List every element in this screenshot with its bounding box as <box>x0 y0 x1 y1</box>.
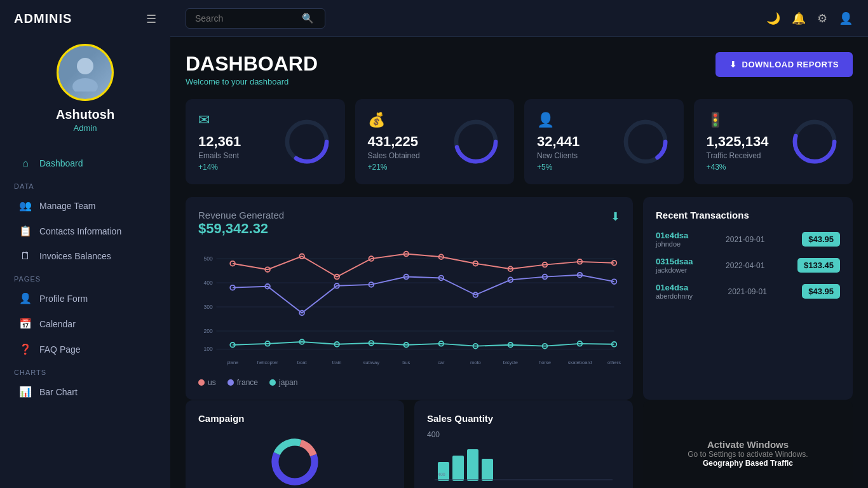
search-input[interactable] <box>195 13 297 24</box>
svg-text:skateboard: skateboard <box>568 360 592 365</box>
svg-text:100: 100 <box>204 346 213 352</box>
sidebar-item-bar-chart[interactable]: 📊 Bar Chart <box>5 379 165 404</box>
download-reports-button[interactable]: ⬇ DOWNLOAD REPORTS <box>715 52 853 77</box>
svg-text:car: car <box>438 360 445 365</box>
transaction-user: aberdohnny <box>656 292 693 300</box>
avatar-placeholder <box>58 46 112 99</box>
legend-france: france <box>227 378 258 387</box>
menu-icon[interactable]: ☰ <box>146 12 156 26</box>
sales-quantity-value: 400 <box>427 430 620 439</box>
bottom-row: Campaign Sales Quantity 400 <box>186 400 853 488</box>
svg-rect-72 <box>452 456 464 481</box>
page-body: DASHBOARD Welcome to your dashboard ⬇ DO… <box>170 37 868 488</box>
section-label-data: Data <box>0 176 170 193</box>
section-label-charts: Charts <box>0 362 170 379</box>
stats-row: ✉ 12,361 Emails Sent +14% 💰 431,225 Sale… <box>186 99 853 184</box>
dashboard-title-section: DASHBOARD Welcome to your dashboard <box>186 52 318 86</box>
stat-label: Sales Obtained <box>368 151 420 160</box>
darkmode-icon[interactable]: 🌙 <box>766 11 780 25</box>
team-icon: 👥 <box>19 200 32 212</box>
section-label-pages: Pages <box>0 269 170 285</box>
svg-text:others: others <box>607 360 621 365</box>
download-icon: ⬇ <box>729 60 737 69</box>
sidebar-item-label: Profile Form <box>39 294 88 304</box>
geography-card: Activate Windows Go to Settings to activ… <box>643 400 853 488</box>
content-row: Revenue Generated $59,342.32 ⬇ 500 400 <box>186 197 853 388</box>
sidebar-item-calendar[interactable]: 📅 Calendar <box>5 311 165 336</box>
geography-title: Geography Based Traffic <box>703 459 793 468</box>
avatar-svg <box>66 53 104 92</box>
transaction-date: 2021-09-01 <box>726 235 764 244</box>
invoices-icon: 🗒 <box>19 250 32 262</box>
svg-point-0 <box>77 58 93 74</box>
sidebar-item-dashboard[interactable]: ⌂ Dashboard <box>5 151 165 175</box>
transaction-date: 2022-04-01 <box>726 261 764 270</box>
stat-value: 431,225 <box>368 133 420 150</box>
transaction-id: 01e4dsa <box>656 231 688 240</box>
campaign-donut <box>269 437 320 487</box>
stat-ring <box>620 116 671 167</box>
stat-change: +5% <box>537 163 580 172</box>
contacts-icon: 📋 <box>19 225 32 237</box>
svg-text:horse: horse <box>539 360 551 365</box>
svg-text:bicycle: bicycle <box>503 360 518 365</box>
sidebar-item-invoices-balances[interactable]: 🗒 Invoices Balances <box>5 244 165 268</box>
settings-icon[interactable]: ⚙ <box>817 11 827 25</box>
topbar: 🔍 🌙 🔔 ⚙ 👤 <box>170 0 868 37</box>
sidebar-item-manage-team[interactable]: 👥 Manage Team <box>5 193 165 218</box>
profile-icon: 👤 <box>19 292 32 304</box>
page-title: DASHBOARD <box>186 52 318 76</box>
stat-value: 32,441 <box>537 133 580 150</box>
faq-icon: ❓ <box>19 343 32 355</box>
svg-rect-73 <box>467 449 478 481</box>
svg-rect-71 <box>438 462 449 481</box>
stat-card-emails-sent: ✉ 12,361 Emails Sent +14% <box>186 99 345 184</box>
stat-value: 1,325,134 <box>707 133 769 150</box>
svg-text:500: 500 <box>204 255 213 262</box>
sidebar-item-label: Invoices Balances <box>39 251 111 261</box>
legend-japan: japan <box>269 378 297 387</box>
transaction-date: 2021-09-01 <box>728 287 766 296</box>
notifications-icon[interactable]: 🔔 <box>792 11 806 25</box>
legend-dot-us <box>198 379 205 386</box>
email-icon: ✉ <box>198 112 241 128</box>
search-icon: 🔍 <box>302 13 314 24</box>
transaction-id: 0315dsaa <box>656 257 693 266</box>
stat-card-new-clients: 👤 32,441 New Clients +5% <box>524 99 684 184</box>
legend-us: us <box>198 378 216 387</box>
sidebar-item-faq-page[interactable]: ❓ FAQ Page <box>5 337 165 362</box>
clients-icon: 👤 <box>537 112 580 128</box>
avatar <box>57 44 114 101</box>
sales-quantity-chart: 400 <box>427 443 620 481</box>
sidebar-item-label: Calendar <box>39 319 76 329</box>
calendar-icon: 📅 <box>19 318 32 330</box>
home-icon: ⌂ <box>19 158 32 169</box>
transactions-card: Recent Transactions 01e4dsa johndoe 2021… <box>643 197 853 400</box>
svg-text:400: 400 <box>438 472 445 477</box>
chart-title: Revenue Generated <box>198 210 284 220</box>
transaction-user: jackdower <box>656 266 693 274</box>
sidebar-nav: ⌂ Dashboard Data 👥 Manage Team 📋 Contact… <box>0 144 170 411</box>
sales-quantity-title: Sales Quantity <box>427 413 620 424</box>
transaction-amount: $43.95 <box>802 284 840 299</box>
transaction-item: 01e4dsa johndoe 2021-09-01 $43.95 <box>656 231 840 248</box>
transactions-title: Recent Transactions <box>656 210 840 220</box>
svg-text:boat: boat <box>297 360 308 365</box>
stat-label: New Clients <box>537 151 580 160</box>
sidebar-item-contacts-information[interactable]: 📋 Contacts Information <box>5 219 165 243</box>
user-name: Ashutosh <box>56 107 114 122</box>
stat-ring <box>789 116 840 167</box>
svg-rect-74 <box>482 459 493 481</box>
svg-point-1 <box>72 78 98 92</box>
transaction-id: 01e4dsa <box>656 283 693 292</box>
search-box[interactable]: 🔍 <box>186 8 325 29</box>
svg-text:400: 400 <box>204 280 213 286</box>
avatar-section: Ashutosh Admin <box>0 37 170 144</box>
sidebar-item-profile-form[interactable]: 👤 Profile Form <box>5 286 165 311</box>
sales-quantity-card: Sales Quantity 400 400 <box>414 400 633 488</box>
user-icon[interactable]: 👤 <box>839 11 853 25</box>
chart-download-icon[interactable]: ⬇ <box>611 210 620 224</box>
stat-change: +43% <box>707 163 769 172</box>
dashboard-subtitle: Welcome to your dashboard <box>186 77 318 86</box>
sidebar-item-label: Manage Team <box>39 201 95 211</box>
